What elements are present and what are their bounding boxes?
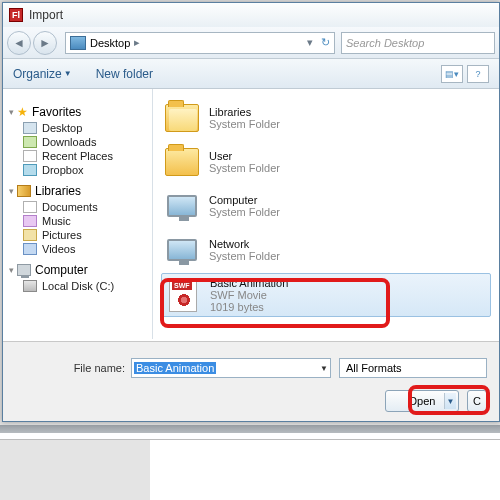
new-folder-button[interactable]: New folder (96, 67, 153, 81)
breadcrumb[interactable]: Desktop ▸ ▾ ↻ (65, 32, 335, 54)
sidebar-item-pictures[interactable]: Pictures (23, 229, 148, 241)
sidebar-item-recent[interactable]: Recent Places (23, 150, 148, 162)
sidebar: ▾★Favorites Desktop Downloads Recent Pla… (3, 89, 153, 339)
open-button[interactable]: Open ▼ (385, 390, 459, 412)
file-type-select[interactable]: All Formats (339, 358, 487, 378)
swf-file-icon (169, 278, 197, 312)
sidebar-item-desktop[interactable]: Desktop (23, 122, 148, 134)
sidebar-item-videos[interactable]: Videos (23, 243, 148, 255)
list-item[interactable]: UserSystem Folder (161, 141, 491, 183)
titlebar: Fl Import (3, 3, 499, 27)
chevron-down-icon[interactable]: ▼ (320, 364, 328, 373)
import-dialog: Fl Import ◄ ► Desktop ▸ ▾ ↻ Search Deskt… (2, 2, 500, 422)
list-item[interactable]: NetworkSystem Folder (161, 229, 491, 271)
sidebar-section-favorites[interactable]: ▾★Favorites (9, 105, 148, 119)
list-item[interactable]: LibrariesSystem Folder (161, 97, 491, 139)
search-placeholder: Search Desktop (346, 37, 424, 49)
filename-label: File name: (15, 362, 125, 374)
forward-button[interactable]: ► (33, 31, 57, 55)
sidebar-section-libraries[interactable]: ▾Libraries (9, 184, 148, 198)
organize-button[interactable]: Organize (13, 67, 62, 81)
desktop-icon (70, 36, 86, 50)
app-icon: Fl (9, 8, 23, 22)
folder-icon (165, 148, 199, 176)
sidebar-item-localdisk[interactable]: Local Disk (C:) (23, 280, 148, 292)
list-item-selected[interactable]: Basic AnimationSWF Movie1019 bytes (161, 273, 491, 317)
sidebar-section-computer[interactable]: ▾Computer (9, 263, 148, 277)
sidebar-item-downloads[interactable]: Downloads (23, 136, 148, 148)
search-input[interactable]: Search Desktop (341, 32, 495, 54)
refresh-icon[interactable]: ↻ (317, 36, 334, 49)
folder-icon (165, 104, 199, 132)
sidebar-item-music[interactable]: Music (23, 215, 148, 227)
list-item[interactable]: ComputerSystem Folder (161, 185, 491, 227)
filename-input[interactable]: Basic Animation ▼ (131, 358, 331, 378)
file-list: LibrariesSystem Folder UserSystem Folder… (153, 89, 499, 339)
help-button[interactable]: ? (467, 65, 489, 83)
chevron-down-icon[interactable]: ▼ (444, 393, 456, 409)
breadcrumb-dropdown-icon[interactable]: ▾ (303, 36, 317, 49)
nav-bar: ◄ ► Desktop ▸ ▾ ↻ Search Desktop (3, 27, 499, 59)
view-options-button[interactable]: ▤▾ (441, 65, 463, 83)
back-button[interactable]: ◄ (7, 31, 31, 55)
dialog-footer: File name: Basic Animation ▼ All Formats… (3, 341, 499, 421)
window-title: Import (29, 8, 63, 22)
chevron-right-icon: ▸ (130, 36, 144, 49)
sidebar-item-dropbox[interactable]: Dropbox (23, 164, 148, 176)
breadcrumb-label: Desktop (90, 37, 130, 49)
toolbar: Organize ▼ New folder ▤▾ ? (3, 59, 499, 89)
sidebar-item-documents[interactable]: Documents (23, 201, 148, 213)
cancel-button[interactable]: C (467, 390, 487, 412)
chevron-down-icon[interactable]: ▼ (64, 69, 72, 78)
network-icon (167, 239, 197, 261)
computer-icon (167, 195, 197, 217)
